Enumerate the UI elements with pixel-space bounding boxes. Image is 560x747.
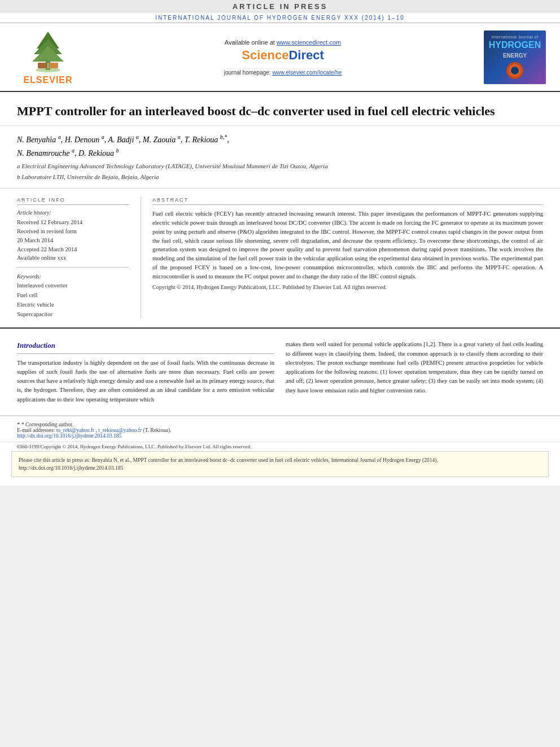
email-line: E-mail addresses: to_reki@yahoo.fr , t_r… [17,427,543,433]
keywords-label: Keywords: [17,273,129,279]
accepted-date: Accepted 22 March 2014 [17,245,129,254]
elsevier-text: ELSEVIER [23,75,72,85]
paper-title-section: MPPT controller for an interleaved boost… [0,92,560,126]
abstract-copyright: Copyright © 2014, Hydrogen Energy Public… [152,284,543,290]
body-col-left: Introduction The transportation industry… [17,340,274,404]
journal-name-text: INTERNATIONAL JOURNAL OF HYDROGEN ENERGY… [155,15,405,21]
affiliation-b: b Laboratoire LTII, Universite de Bejaia… [17,173,543,181]
footnote-section: * * Corresponding author. E-mail address… [0,416,560,442]
corresponding-author: * * Corresponding author. [17,421,543,427]
journal-homepage: journal homepage: www.elsevier.com/locat… [224,69,342,76]
keyword-4: Supercapacitor [17,310,129,320]
keyword-3: Electric vehicle [17,300,129,310]
affiliation-a: a Electrical Engineering Advanced Techno… [17,162,543,171]
keyword-1: Interleaved converter [17,281,129,291]
article-in-press-banner: ARTICLE IN PRESS [0,0,560,13]
svg-point-1 [36,68,60,72]
received-date: Received 12 February 2014 [17,218,129,227]
authors-line: N. Benyahia a, H. Denoun a, A. Badji a, … [17,133,543,160]
he-logo-main: HYDROGEN ENERGY [489,40,541,59]
citation-text: Please cite this article in press as: Be… [19,457,438,471]
two-col-section: ARTICLE INFO Article history: Received 1… [0,189,560,329]
article-in-press-text: ARTICLE IN PRESS [233,2,328,11]
authors-section: N. Benyahia a, H. Denoun a, A. Badji a, … [0,126,560,189]
abstract-col: ABSTRACT Fuel cell electric vehicle (FCE… [141,197,543,319]
header-section: ELSEVIER Available online at www.science… [0,23,560,92]
revised-label: Received in revised form [17,227,129,236]
svg-rect-6 [49,63,58,68]
journal-name-bar: INTERNATIONAL JOURNAL OF HYDROGEN ENERGY… [0,13,560,23]
abstract-text: Fuel cell electric vehicle (FCEV) has re… [152,209,543,281]
sciencedirect-logo: ScienceDirect [242,48,324,63]
he-logo-box: International Journal of HYDROGEN ENERGY [484,30,546,84]
email1-link[interactable]: to_reki@yahoo.fr [56,427,96,433]
elsevier-tree-icon [20,29,76,74]
journal-homepage-link[interactable]: www.elsevier.com/locate/he [272,69,342,76]
revised-date: 20 March 2014 [17,236,129,245]
abstract-heading: ABSTRACT [152,197,543,205]
doi-link[interactable]: http://dx.doi.org/10.1016/j.ijhydene.201… [17,433,121,439]
keyword-2: Fuel cell [17,291,129,300]
article-info-heading: ARTICLE INFO [17,197,129,205]
paper-title: MPPT controller for an interleaved boost… [17,103,543,120]
intro-para-2: makes them well suited for personal vehi… [286,340,543,395]
intro-para-1: The transportation industry is highly de… [17,359,274,404]
he-logo-top-text: International Journal of [491,35,538,39]
available-date: Available online xxx [17,254,129,263]
elsevier-logo: ELSEVIER [11,29,85,85]
issn-text: 0360-3199/Copyright © 2014, Hydrogen Ene… [17,444,251,449]
body-section: Introduction The transportation industry… [0,329,560,415]
article-info-col: ARTICLE INFO Article history: Received 1… [17,197,141,319]
header-middle: Available online at www.sciencedirect.co… [90,29,475,85]
svg-rect-5 [38,63,47,68]
introduction-title: Introduction [17,340,274,353]
citation-box: Please cite this article in press as: Be… [11,451,549,478]
two-col-body: Introduction The transportation industry… [17,340,543,404]
page: ARTICLE IN PRESS INTERNATIONAL JOURNAL O… [0,0,560,486]
doi-line: http://dx.doi.org/10.1016/j.ijhydene.201… [17,433,543,439]
body-col-right: makes them well suited for personal vehi… [286,340,543,404]
available-online: Available online at www.sciencedirect.co… [225,39,341,46]
sciencedirect-link[interactable]: www.sciencedirect.com [277,39,341,46]
email2-link[interactable]: t_rekioua@yahoo.fr [98,427,143,433]
hydrogen-energy-logo: International Journal of HYDROGEN ENERGY [481,29,549,85]
copyright-footer: 0360-3199/Copyright © 2014, Hydrogen Ene… [0,442,560,451]
divider [17,267,129,268]
article-history-label: Article history: [17,209,129,216]
